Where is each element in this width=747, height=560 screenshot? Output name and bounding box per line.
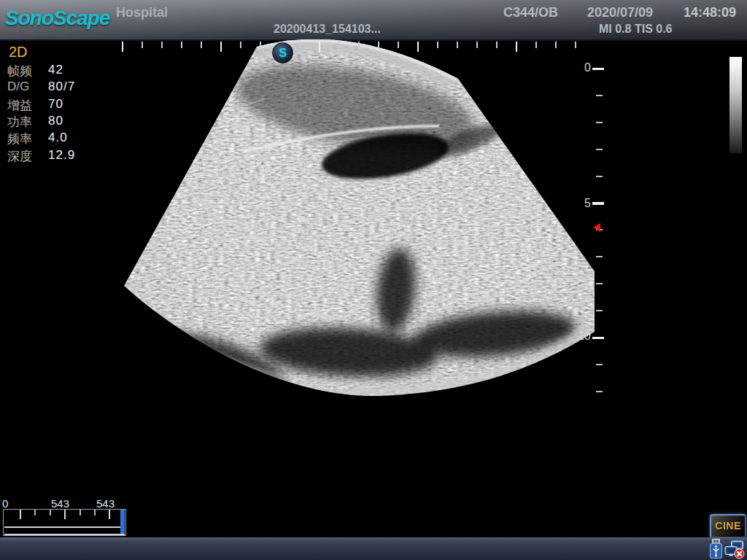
param-row-frequency: 频率 4.0 — [7, 131, 117, 147]
header-bar: SonoScape Hospital 20200413_154103... C3… — [0, 0, 747, 41]
param-row-framerate: 帧频 42 — [7, 63, 117, 79]
param-value: 12.9 — [48, 148, 75, 163]
param-label: 功率 — [7, 114, 32, 131]
param-value: 80/7 — [48, 79, 75, 94]
param-value: 70 — [48, 97, 63, 112]
ultrasound-screen: SonoScape Hospital 20200413_154103... C3… — [0, 0, 747, 560]
probe-orientation-marker: S — [272, 42, 293, 63]
param-row-depth: 深度 12.9 — [7, 148, 117, 165]
system-date: 2020/07/09 — [587, 5, 653, 20]
depth-label-10: 10 — [573, 330, 591, 343]
exam-id: 20200413_154103... — [274, 23, 381, 36]
cine-total-label: 543 — [96, 497, 115, 510]
param-label: 深度 — [7, 148, 32, 165]
param-label: 帧频 — [7, 63, 32, 79]
probe-preset: C344/OB — [503, 5, 558, 20]
usb-icon[interactable] — [708, 539, 724, 559]
ultrasound-image — [117, 39, 601, 405]
param-label: 频率 — [7, 131, 32, 147]
cine-scrubber[interactable] — [3, 509, 126, 536]
horizontal-scale-ruler — [122, 42, 595, 52]
param-row-dg: D/G 80/7 — [7, 79, 117, 96]
param-value: 4.0 — [48, 131, 68, 145]
focus-position-marker-icon — [593, 223, 600, 232]
depth-scale-ruler — [592, 68, 605, 396]
mode-label: 2D — [9, 44, 28, 61]
cine-current-label: 543 — [51, 497, 69, 510]
brand-logo: SonoScape — [5, 7, 109, 30]
cine-position-marker[interactable] — [120, 510, 125, 534]
cine-start-label: 0 — [2, 497, 8, 510]
cine-track — [4, 526, 125, 535]
param-row-power: 功率 80 — [7, 114, 117, 131]
cine-ruler-ticks — [4, 510, 124, 519]
param-value: 80 — [48, 114, 63, 128]
taskbar — [0, 537, 747, 560]
system-time: 14:48:09 — [684, 5, 736, 20]
depth-label-5: 5 — [573, 197, 591, 210]
param-label: 增益 — [7, 97, 32, 114]
acoustic-indices: MI 0.8 TIS 0.6 — [599, 23, 672, 36]
depth-label-0: 0 — [573, 61, 591, 74]
param-label: D/G — [7, 79, 29, 94]
param-row-gain: 增益 70 — [7, 97, 117, 114]
hospital-name: Hospital — [116, 5, 168, 20]
cine-button[interactable]: CINE — [710, 514, 746, 538]
network-error-icon[interactable] — [724, 540, 746, 559]
grayscale-map-bar — [729, 57, 742, 153]
param-value: 42 — [48, 63, 63, 77]
